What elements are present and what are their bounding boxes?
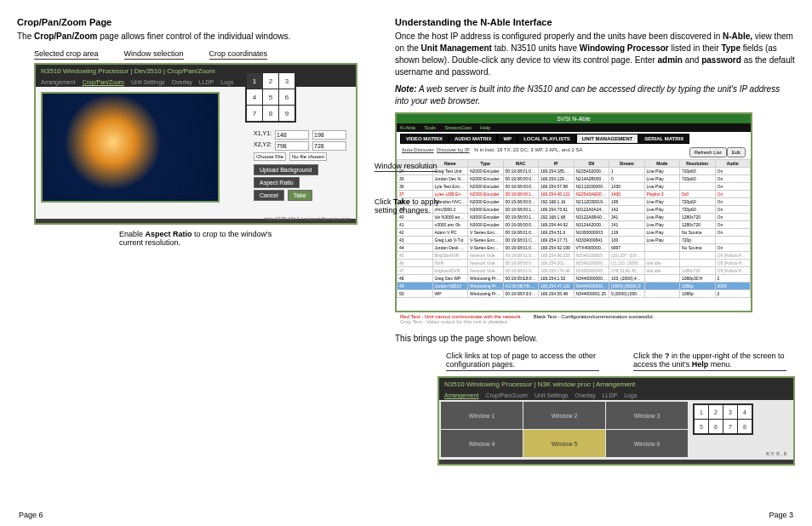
nable-menu[interactable]: N-AbleToolsStreamCastHelp bbox=[397, 123, 751, 132]
cancel-button[interactable]: Cancel bbox=[254, 190, 284, 201]
nable-tabs[interactable]: VIDEO MATRIXAUDIO MATRIXWPLOCAL PLAYLIST… bbox=[400, 134, 747, 144]
left-intro: The Crop/Pan/Zoom page allows finer cont… bbox=[17, 31, 378, 43]
x1-input[interactable] bbox=[275, 130, 309, 140]
right-note: Note: A web server is built into the N35… bbox=[395, 83, 795, 107]
callout-help: Click the ? in the upper-right of the sc… bbox=[633, 352, 786, 371]
callout-window-res: Window resolution bbox=[375, 162, 437, 172]
window-title: N3510 Windowing Processor | Dev3510 | Cr… bbox=[36, 65, 356, 77]
auto-discover-link[interactable]: Auto-Discover bbox=[402, 147, 434, 152]
callout-selected-crop: Selected crop area bbox=[34, 49, 99, 60]
screenshot-nable: SVSI N-Able N-AbleToolsStreamCastHelp VI… bbox=[395, 112, 752, 312]
brings-text: This brings up the page shown below. bbox=[395, 333, 795, 345]
crop-preview[interactable] bbox=[41, 92, 220, 203]
unit-table[interactable]: NameTypeMACIPSNStreamModeResolutionAudio… bbox=[397, 159, 751, 298]
arr-title: N3510 Windowing Processor | N3K window p… bbox=[439, 378, 793, 391]
callout-take: Click Take to apply setting changes. bbox=[375, 197, 443, 214]
arr-tabs[interactable]: ArrangementCrop/Pan/ZoomUnit SettingsOve… bbox=[439, 391, 793, 400]
footer-link[interactable]: http://278.AM.1 | support@svsiav.com bbox=[265, 216, 351, 221]
upload-button[interactable]: Upload Background bbox=[254, 164, 318, 175]
screenshot-crop-pan-zoom: N3510 Windowing Processor | Dev3510 | Cr… bbox=[34, 63, 357, 225]
callout-aspect: Enable Aspect Ratio to crop to the windo… bbox=[119, 230, 272, 247]
discover-ip-link[interactable]: Discover by IP bbox=[437, 147, 470, 152]
xy-readout: X,Y: 0 , 0 bbox=[766, 451, 786, 456]
page-num-right: Page 3 bbox=[769, 511, 793, 519]
help-icon[interactable]: ? bbox=[804, 2, 809, 9]
take-button[interactable]: Take bbox=[288, 190, 312, 201]
right-heading: Understanding the N-Able Interface bbox=[395, 17, 795, 27]
right-p1: Once the host IP address is configured p… bbox=[395, 31, 795, 78]
y1-input[interactable] bbox=[312, 130, 346, 140]
callout-crop-coords: Crop coordinates bbox=[209, 49, 268, 60]
callout-links: Click links at top of page to access the… bbox=[446, 352, 599, 371]
y2-input[interactable] bbox=[312, 141, 346, 151]
left-heading: Crop/Pan/Zoom Page bbox=[17, 17, 378, 27]
edit-button[interactable]: Edit bbox=[727, 147, 746, 157]
config-tabs[interactable]: Arrangement Crop/Pan/Zoom Unit Settings … bbox=[36, 77, 356, 87]
window-grid[interactable]: 123 456 789 bbox=[245, 71, 296, 123]
x2-input[interactable] bbox=[275, 141, 309, 151]
window-layout[interactable]: Window 1Window 2Window 3 Window 4Window … bbox=[441, 402, 688, 457]
nable-title: SVSI N-Able bbox=[397, 114, 751, 123]
preset-grid[interactable]: 1234 5678 bbox=[693, 403, 753, 435]
choose-file-button[interactable]: Choose File bbox=[254, 152, 286, 161]
page-num-left: Page 6 bbox=[19, 511, 43, 519]
screenshot-arrangement: N3510 Windowing Processor | N3K window p… bbox=[437, 376, 795, 466]
callout-window-selection: Window selection bbox=[124, 49, 184, 60]
table-legend: Red Text - Unit cannot communicate with … bbox=[395, 312, 795, 326]
refresh-button[interactable]: Refresh List bbox=[689, 147, 727, 157]
aspect-ratio-button[interactable]: Aspect Ratio bbox=[254, 177, 300, 188]
